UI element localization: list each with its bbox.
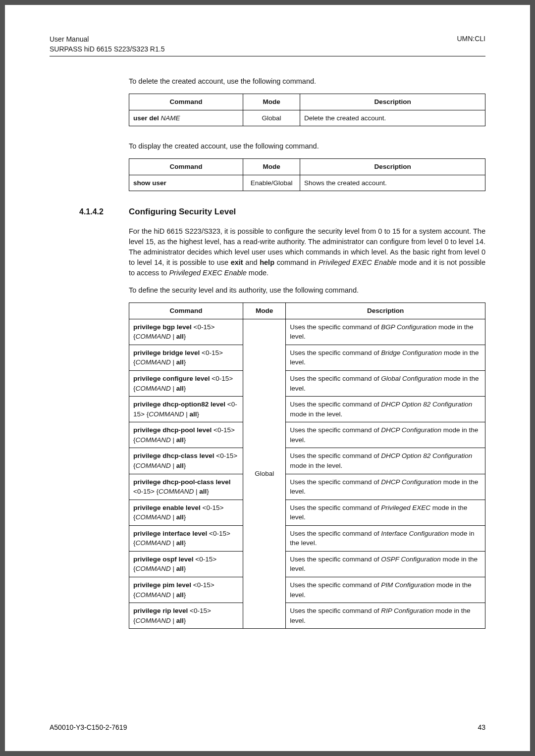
table-row: Command Mode Description bbox=[129, 159, 485, 175]
th-description: Description bbox=[300, 159, 485, 175]
td-command: privilege enable level <0-15> {COMMAND |… bbox=[129, 500, 243, 525]
cmd-ital: NAME bbox=[161, 114, 180, 122]
table-row: Command Mode Description bbox=[129, 94, 485, 110]
table-row: privilege configure level <0-15> {COMMAN… bbox=[129, 371, 485, 397]
table-row: privilege bridge level <0-15> {COMMAND |… bbox=[129, 345, 485, 370]
text-ital: Privileged EXEC Enable bbox=[319, 258, 397, 266]
table-row: Command Mode Description bbox=[129, 303, 485, 319]
section-paragraph: For the hiD 6615 S223/S323, it is possib… bbox=[129, 226, 485, 278]
table-row: privilege dhcp-pool-class level <0-15> {… bbox=[129, 474, 485, 500]
text: and bbox=[243, 258, 260, 266]
page: User Manual SURPASS hiD 6615 S223/S323 R… bbox=[5, 5, 530, 751]
td-description: Uses the specific command of Privileged … bbox=[286, 500, 485, 525]
th-mode: Mode bbox=[243, 159, 300, 175]
table-row: privilege dhcp-class level <0-15> {COMMA… bbox=[129, 448, 485, 474]
td-command: privilege ospf level <0-15> {COMMAND | a… bbox=[129, 551, 243, 577]
section-heading: 4.1.4.2 Configuring Security Level bbox=[50, 206, 485, 218]
content: To delete the created account, use the f… bbox=[129, 76, 485, 629]
table-row: show user Enable/Global Shows the create… bbox=[129, 175, 485, 191]
text: command in bbox=[274, 258, 319, 266]
header-right: UMN:CLI bbox=[457, 35, 485, 54]
td-command: privilege dhcp-option82 level <0-15> {CO… bbox=[129, 397, 243, 422]
cmd-bold: show user bbox=[133, 179, 166, 187]
th-command: Command bbox=[129, 94, 243, 110]
table-row: privilege interface level <0-15> {COMMAN… bbox=[129, 525, 485, 551]
td-command: privilege dhcp-pool-class level <0-15> {… bbox=[129, 474, 243, 500]
page-header: User Manual SURPASS hiD 6615 S223/S323 R… bbox=[50, 35, 485, 54]
table-row: privilege pim level <0-15> {COMMAND | al… bbox=[129, 577, 485, 603]
text-bold: help bbox=[260, 258, 274, 266]
td-command: show user bbox=[129, 175, 243, 191]
td-description: Uses the specific command of PIM Configu… bbox=[286, 577, 485, 603]
td-description: Uses the specific command of DHCP Config… bbox=[286, 474, 485, 500]
td-command: user del NAME bbox=[129, 110, 243, 126]
td-description: Uses the specific command of Global Conf… bbox=[286, 371, 485, 397]
footer-left: A50010-Y3-C150-2-7619 bbox=[50, 723, 127, 731]
page-footer: A50010-Y3-C150-2-7619 43 bbox=[50, 723, 485, 731]
td-command: privilege configure level <0-15> {COMMAN… bbox=[129, 371, 243, 397]
th-command: Command bbox=[129, 303, 243, 319]
footer-right: 43 bbox=[478, 723, 485, 731]
section-title: Configuring Security Level bbox=[129, 206, 236, 218]
td-description: Delete the created account. bbox=[300, 110, 485, 126]
td-command: privilege interface level <0-15> {COMMAN… bbox=[129, 525, 243, 551]
td-description: Uses the specific command of Bridge Conf… bbox=[286, 345, 485, 370]
th-mode: Mode bbox=[243, 94, 300, 110]
table-row: user del NAME Global Delete the created … bbox=[129, 110, 485, 126]
td-command: privilege rip level <0-15> {COMMAND | al… bbox=[129, 603, 243, 629]
td-description: Uses the specific command of BGP Configu… bbox=[286, 319, 485, 345]
text-bold: exit bbox=[231, 258, 243, 266]
td-description: Uses the specific command of OSPF Config… bbox=[286, 551, 485, 577]
table-row: privilege rip level <0-15> {COMMAND | al… bbox=[129, 603, 485, 629]
header-left: User Manual SURPASS hiD 6615 S223/S323 R… bbox=[50, 35, 164, 54]
intro-text: To delete the created account, use the f… bbox=[129, 76, 485, 87]
td-command: privilege dhcp-pool level <0-15> {COMMAN… bbox=[129, 422, 243, 448]
td-description: Uses the specific command of Interface C… bbox=[286, 525, 485, 551]
table-row: privilege bgp level <0-15> {COMMAND | al… bbox=[129, 319, 485, 345]
text-ital: Privileged EXEC Enable bbox=[169, 269, 246, 277]
intro-text: To define the security level and its aut… bbox=[129, 285, 485, 296]
table-row: privilege dhcp-option82 level <0-15> {CO… bbox=[129, 397, 485, 422]
table-show-user: Command Mode Description show user Enabl… bbox=[129, 158, 485, 191]
td-description: Uses the specific command of DHCP Option… bbox=[286, 397, 485, 422]
header-title: User Manual bbox=[50, 35, 164, 45]
header-rule bbox=[50, 56, 485, 56]
td-mode: Global bbox=[243, 110, 300, 126]
td-command: privilege bridge level <0-15> {COMMAND |… bbox=[129, 345, 243, 370]
table-delete-account: Command Mode Description user del NAME G… bbox=[129, 94, 485, 126]
th-mode: Mode bbox=[243, 303, 286, 319]
td-description: Uses the specific command of DHCP Config… bbox=[286, 422, 485, 448]
td-command: privilege dhcp-class level <0-15> {COMMA… bbox=[129, 448, 243, 474]
intro-text: To display the created account, use the … bbox=[129, 141, 485, 151]
table-row: privilege dhcp-pool level <0-15> {COMMAN… bbox=[129, 422, 485, 448]
td-mode: Global bbox=[243, 319, 286, 629]
td-command: privilege bgp level <0-15> {COMMAND | al… bbox=[129, 319, 243, 345]
td-description: Shows the created account. bbox=[300, 175, 485, 191]
td-command: privilege pim level <0-15> {COMMAND | al… bbox=[129, 577, 243, 603]
td-description: Uses the specific command of DHCP Option… bbox=[286, 448, 485, 474]
table-privilege: Command Mode Description privilege bgp l… bbox=[129, 302, 485, 629]
cmd-bold: user del bbox=[133, 114, 161, 122]
td-description: Uses the specific command of RIP Configu… bbox=[286, 603, 485, 629]
td-mode: Enable/Global bbox=[243, 175, 300, 191]
th-command: Command bbox=[129, 159, 243, 175]
th-description: Description bbox=[300, 94, 485, 110]
section-number: 4.1.4.2 bbox=[79, 206, 129, 217]
text: mode. bbox=[247, 269, 268, 277]
table-row: privilege enable level <0-15> {COMMAND |… bbox=[129, 500, 485, 525]
table-row: privilege ospf level <0-15> {COMMAND | a… bbox=[129, 551, 485, 577]
header-subtitle: SURPASS hiD 6615 S223/S323 R1.5 bbox=[50, 45, 164, 54]
th-description: Description bbox=[286, 303, 485, 319]
